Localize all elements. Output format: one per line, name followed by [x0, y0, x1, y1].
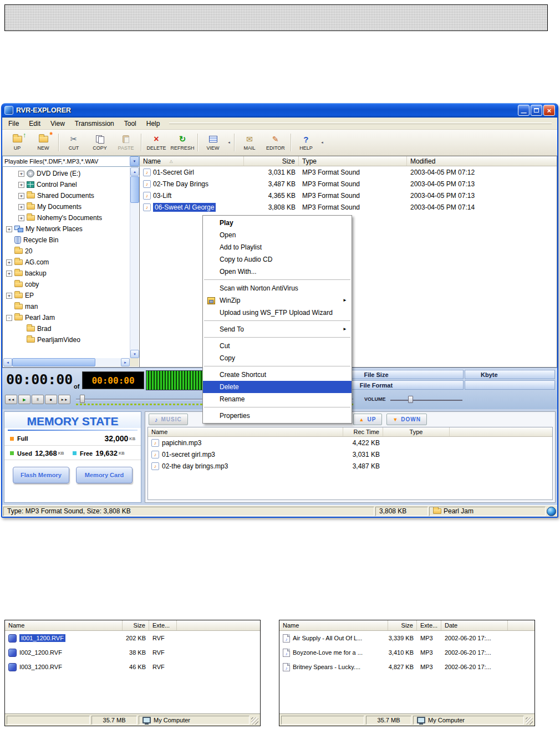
tree-item-my-documents[interactable]: + My Documents	[4, 201, 129, 212]
toolbar-view-button[interactable]: VIEW	[200, 131, 226, 154]
seek-slider-thumb[interactable]	[80, 395, 85, 403]
close-button[interactable]: ×	[543, 105, 555, 116]
upload-up-button[interactable]: ▲ UP	[353, 414, 383, 425]
titlebar[interactable]: RVR-EXPLORER — ×	[2, 103, 557, 118]
combobox-dropdown-icon[interactable]: ▼	[130, 156, 139, 166]
toolbar-help-button[interactable]: ? HELP	[293, 131, 319, 154]
file-row[interactable]: I003_1200.RVF 46 KB RVF	[5, 660, 260, 674]
expand-icon[interactable]: +	[6, 271, 12, 277]
expand-icon[interactable]: +	[6, 259, 12, 266]
toolbar-editor-button[interactable]: ✎ EDITOR	[263, 131, 288, 154]
play-button[interactable]: ►	[18, 395, 30, 404]
device-file-row[interactable]: ♪01-secret girl.mp3 3,031 KB	[148, 448, 552, 460]
menu-item-winzip[interactable]: WinZip ►	[203, 294, 352, 307]
minimize-button[interactable]: —	[518, 105, 530, 116]
tree-item-20[interactable]: 20	[4, 246, 129, 257]
menu-item-copy[interactable]: Copy	[203, 352, 352, 364]
menu-item-add-to-playlist[interactable]: Add to Playlist	[203, 241, 352, 253]
toolbar-copy-button[interactable]: COPY	[87, 131, 113, 154]
expand-icon[interactable]: +	[18, 193, 24, 199]
file-row[interactable]: ♪Boyzone-Love me for a ... 3,410 KB MP3 …	[279, 645, 534, 660]
menu-transmission[interactable]: Transmission	[70, 118, 119, 129]
vertical-scroll-thumb[interactable]	[130, 176, 139, 203]
file-row[interactable]: I002_1200.RVF 38 KB RVF	[5, 645, 260, 660]
file-row[interactable]: ♪02-The Day Brings 3,487 KB MP3 Format S…	[140, 178, 557, 190]
tree-horizontal-scrollbar[interactable]: ◄ ►	[3, 358, 130, 366]
download-button[interactable]: ▼ DOWN	[386, 414, 427, 425]
scroll-up-icon[interactable]: ▲	[130, 167, 139, 176]
expand-icon[interactable]: +	[6, 293, 12, 299]
column-header-name[interactable]: Name	[279, 620, 388, 630]
menu-item-properties[interactable]: Properties	[203, 410, 352, 422]
column-header-name[interactable]: Name	[5, 620, 123, 630]
tree-item-coby[interactable]: coby	[4, 279, 129, 290]
toolbar-up-button[interactable]: ↑ UP	[4, 131, 30, 154]
stop-button[interactable]: ■	[45, 395, 57, 404]
toolbar-mail-button[interactable]: ✉ MAIL	[237, 131, 262, 154]
menu-file[interactable]: File	[3, 118, 24, 129]
flash-memory-button[interactable]: Flash Memory	[13, 467, 69, 483]
column-header-type[interactable]: Type	[383, 427, 450, 436]
toolbar-paste-button[interactable]: PASTE	[113, 131, 139, 154]
column-header-size[interactable]: Size	[388, 620, 417, 630]
volume-track[interactable]	[390, 400, 462, 401]
tree-vertical-scrollbar[interactable]: ▲ ▼	[130, 167, 139, 358]
expand-icon[interactable]: +	[6, 226, 12, 232]
menu-item-open-with[interactable]: Open With...	[203, 266, 352, 278]
column-header-size[interactable]: Size	[123, 620, 149, 630]
menu-item-rename[interactable]: Rename	[203, 393, 352, 405]
toolbar-cut-button[interactable]: ✂ CUT	[61, 131, 86, 154]
tree-item-brad[interactable]: Brad	[4, 323, 129, 334]
column-header-extension[interactable]: Exte...	[417, 620, 441, 630]
tree-item-pearl-jam[interactable]: - Pearl Jam	[4, 312, 129, 323]
scroll-down-icon[interactable]: ▼	[130, 350, 139, 358]
device-file-row[interactable]: ♪papichin.mp3 4,422 KB	[148, 437, 552, 448]
resize-grip[interactable]	[526, 717, 533, 725]
scroll-right-icon[interactable]: ►	[121, 358, 130, 366]
help-dropdown-arrow-icon[interactable]: ◄	[320, 141, 324, 144]
tree-item-my-network-places[interactable]: + My Network Places	[4, 223, 129, 234]
file-row-selected[interactable]: I001_1200.RVF 202 KB RVF	[5, 631, 260, 645]
restore-button[interactable]	[531, 105, 542, 116]
volume-slider-thumb[interactable]	[408, 396, 413, 403]
device-file-row[interactable]: ♪02-the day brings.mp3 3,487 KB	[148, 460, 552, 472]
tree-item-pearljamvideo[interactable]: PearljamVideo	[4, 334, 129, 345]
pause-button[interactable]: II	[32, 395, 44, 404]
menu-item-delete[interactable]: Delete	[203, 381, 352, 393]
horizontal-scroll-thumb[interactable]	[12, 358, 95, 366]
file-row[interactable]: ♪01-Secret Girl 3,031 KB MP3 Format Soun…	[140, 166, 557, 178]
expand-icon[interactable]: +	[18, 215, 24, 221]
column-header-name[interactable]: Name △	[140, 156, 244, 166]
toolbar-new-button[interactable]: * NEW	[30, 131, 56, 154]
file-filter-combobox[interactable]: Playable Files(*.DMF,*.MP3,*.WAV ▼	[2, 156, 140, 167]
menu-edit[interactable]: Edit	[24, 118, 45, 129]
tab-music[interactable]: ♪ MUSIC	[149, 414, 188, 425]
menu-item-create-shortcut[interactable]: Create Shortcut	[203, 369, 352, 381]
tree-item-man[interactable]: man	[4, 301, 129, 312]
toolbar-refresh-button[interactable]: ↻ REFRESH	[170, 131, 195, 154]
column-header-extension[interactable]: Exte...	[149, 620, 177, 630]
column-header-date[interactable]: Date	[441, 620, 508, 630]
file-row-selected[interactable]: ♪06-Sweet Al George 3,808 KB MP3 Format …	[140, 201, 557, 213]
memory-card-button[interactable]: Memory Card	[76, 467, 133, 483]
column-header-rec-time[interactable]: Rec Time	[343, 427, 383, 436]
view-dropdown-arrow-icon[interactable]: ◄	[227, 141, 231, 144]
menu-item-copy-to-audio-cd[interactable]: Copy to Audio CD	[203, 253, 352, 266]
scroll-track[interactable]	[95, 358, 121, 366]
column-header-type[interactable]: Type	[299, 156, 407, 166]
file-row[interactable]: ♪Britney Spears - Lucky.... 4,827 KB MP3…	[279, 660, 534, 674]
menu-item-send-to[interactable]: Send To ►	[203, 323, 352, 335]
file-row[interactable]: ♪Air Supply - All Out Of L... 3,339 KB M…	[279, 631, 534, 645]
menu-view[interactable]: View	[45, 118, 70, 129]
expand-icon[interactable]: +	[18, 171, 24, 177]
menu-help[interactable]: Help	[141, 118, 165, 129]
tree-item-recycle-bin[interactable]: Recycle Bin	[4, 234, 129, 246]
column-header-size[interactable]: Size	[244, 156, 299, 166]
menu-tool[interactable]: Tool	[119, 118, 141, 129]
tree-item-ag-com[interactable]: + AG.com	[4, 257, 129, 268]
previous-button[interactable]: ◄◄	[5, 395, 17, 404]
column-header-name[interactable]: Name	[148, 427, 343, 436]
collapse-icon[interactable]: -	[6, 315, 12, 321]
expand-icon[interactable]: +	[18, 182, 24, 188]
file-row[interactable]: ♪03-Lift 4,365 KB MP3 Format Sound 2003-…	[140, 190, 557, 201]
